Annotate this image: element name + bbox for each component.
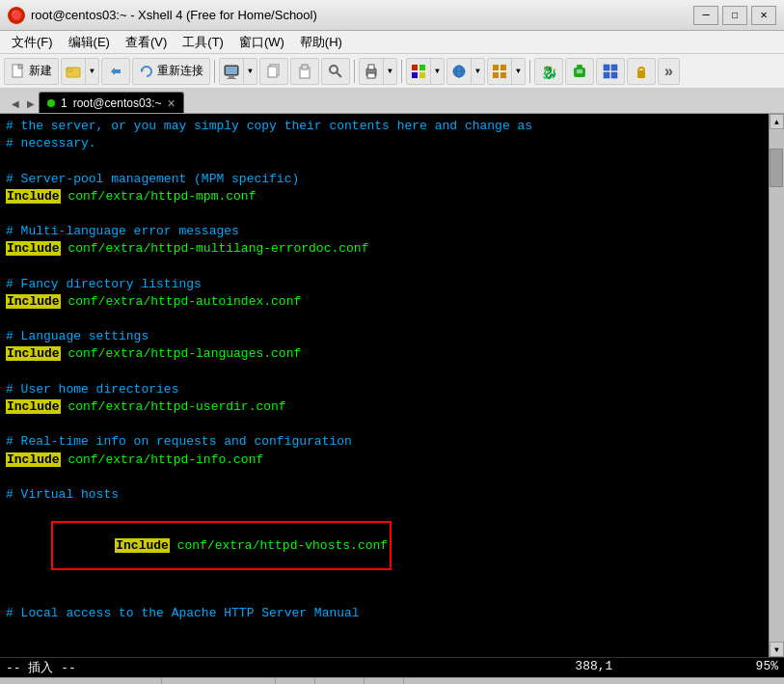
term-line-9 [6,259,763,276]
term-line-17: Include conf/extra/httpd-userdir.conf [6,398,763,416]
grid-button[interactable] [596,58,625,85]
status-num: NUM [404,678,446,684]
menu-bar: 文件(F) 编辑(E) 查看(V) 工具(T) 窗口(W) 帮助(H) [0,31,784,54]
new-button[interactable]: 新建 [4,58,59,85]
toolbar: 新建 ▼ 重新连接 [0,54,784,89]
svg-rect-8 [229,76,234,78]
status-caps: CAP [365,678,405,684]
folder-dropdown[interactable]: ▼ [61,58,99,85]
svg-rect-37 [604,65,609,70]
svg-rect-38 [611,65,617,70]
script-button[interactable]: 🐉 [534,58,563,85]
monitor-dropdown[interactable]: ▼ [219,58,257,85]
svg-rect-18 [367,73,375,78]
title-bar: 🔴 root@centos03:~ - Xshell 4 (Free for H… [0,0,784,31]
term-line-20: Include conf/extra/httpd-info.conf [6,451,763,469]
separator-3 [401,60,402,83]
separator-1 [214,60,215,83]
window-title: root@centos03:~ - Xshell 4 (Free for Hom… [31,8,693,22]
svg-rect-31 [500,72,506,78]
term-line-4: # Server-pool management (MPM specific) [6,171,763,188]
svg-rect-9 [227,78,236,79]
svg-rect-11 [268,67,277,77]
scroll-track[interactable] [770,129,784,642]
svg-rect-4 [67,68,72,71]
tab-next-button[interactable]: ▶ [23,94,39,113]
tab-status-dot [47,99,55,107]
term-line-1: # the server, or you may simply copy the… [6,118,763,135]
new-icon [11,64,26,79]
term-line-15 [6,364,763,381]
status-cursor: 23,1 [276,678,314,684]
svg-rect-7 [226,67,237,74]
vim-statusline: -- 插入 -- 388,1 95% [0,657,784,677]
include-keyword-5: Include [6,399,61,414]
svg-rect-34 [577,65,582,69]
tab-bar: ◀ ▶ 1 root@centos03:~ × [0,89,784,114]
menu-edit[interactable]: 编辑(E) [61,32,118,53]
vertical-scrollbar[interactable]: ▲ ▼ [769,114,784,657]
svg-rect-40 [611,72,617,78]
vim-mode: -- 插入 -- [6,659,76,676]
term-line-24 [6,588,763,605]
color-dropdown[interactable]: ▼ [406,58,445,85]
svg-rect-39 [604,72,609,78]
svg-rect-19 [412,65,418,70]
term-line-3 [6,152,763,170]
term-line-13: # Language settings [6,328,763,345]
terminal-tab[interactable]: 1 root@centos03:~ × [39,92,184,113]
svg-line-15 [337,72,341,77]
include-keyword-2: Include [6,241,61,256]
include-keyword-3: Include [6,294,61,309]
term-line-22: # Virtual hosts [6,486,763,504]
menu-file[interactable]: 文件(F) [4,32,61,53]
status-bar: 已连接 192.168.100.30:22。 SSH2 xterm 87x26 … [0,677,784,684]
status-sessions: 1 会话 [315,678,365,684]
include-keyword-1: Include [6,189,61,204]
scroll-down-arrow[interactable]: ▼ [770,642,784,657]
menu-tools[interactable]: 工具(T) [175,32,231,53]
separator-4 [529,60,530,83]
search-button[interactable] [321,58,350,85]
app-icon: 🔴 [8,7,25,24]
separator-2 [354,60,355,83]
minimize-button[interactable]: — [693,6,718,25]
print-dropdown[interactable]: ▼ [359,58,397,85]
network-dropdown[interactable]: ▼ [446,58,485,85]
include-keyword-4: Include [6,346,61,361]
tab-close-button[interactable]: × [168,96,176,111]
scroll-up-arrow[interactable]: ▲ [770,114,784,129]
terminal-wrapper: # the server, or you may simply copy the… [0,114,784,657]
reconnect-button[interactable]: 重新连接 [132,58,210,85]
maximize-button[interactable]: ☐ [722,6,747,25]
terminal[interactable]: # the server, or you may simply copy the… [0,114,769,657]
term-line-21 [6,469,763,486]
svg-rect-41 [637,70,645,78]
lock-button[interactable] [627,58,656,85]
svg-rect-21 [412,72,418,78]
term-line-19: # Real-time info on requests and configu… [6,433,763,451]
paste-button[interactable] [290,58,319,85]
menu-window[interactable]: 窗口(W) [231,32,292,53]
status-connection: 已连接 192.168.100.30:22。 [0,678,162,684]
settings-dropdown[interactable]: ▼ [487,58,526,85]
include-keyword-6: Include [6,452,61,467]
tab-label: root@centos03:~ [73,96,162,110]
svg-rect-13 [302,65,308,69]
tab-number: 1 [61,96,68,110]
copy-button[interactable] [259,58,288,85]
scroll-thumb[interactable] [770,149,783,187]
term-line-5: Include conf/extra/httpd-mpm.conf [6,188,763,205]
tab-prev-button[interactable]: ◀ [8,94,23,113]
menu-help[interactable]: 帮助(H) [292,32,350,53]
menu-view[interactable]: 查看(V) [118,32,175,53]
more-button[interactable]: » [658,58,680,85]
script2-button[interactable] [565,58,594,85]
term-line-16: # User home directories [6,381,763,398]
svg-rect-20 [419,65,425,70]
term-line-25: # Local access to the Apache HTTP Server… [6,605,763,622]
include-keyword-vhosts: Include [115,538,170,553]
close-button[interactable]: ✕ [751,6,776,25]
connect-button[interactable] [101,58,130,85]
term-line-12 [6,311,763,328]
